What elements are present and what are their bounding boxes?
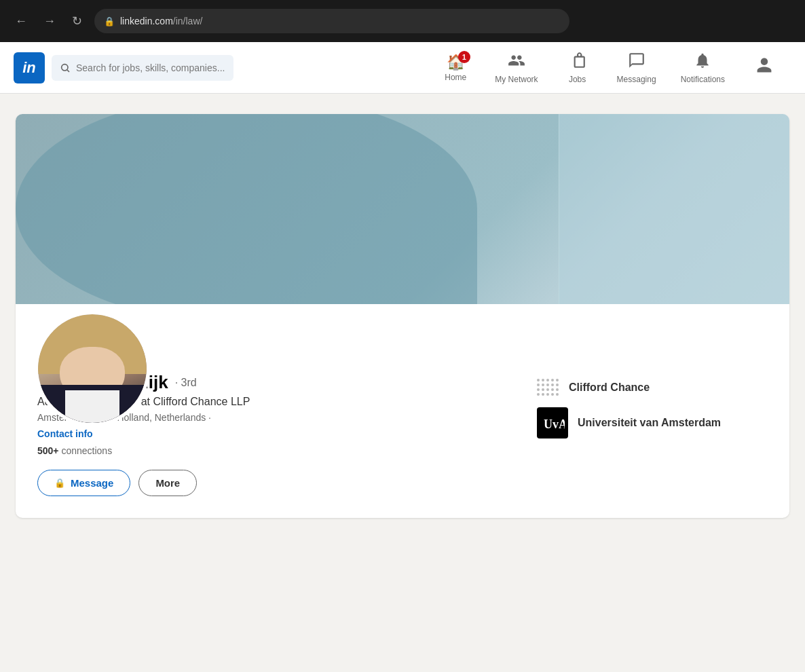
cover-photo [16,114,789,304]
clifford-chance-logo [537,379,559,396]
messaging-label: Messaging [617,75,656,84]
messaging-icon [628,52,645,73]
nav-home[interactable]: 🏠 1 Home [428,42,483,94]
nav-items: 🏠 1 Home My Network Jobs Messaging [428,42,791,94]
linkedin-logo[interactable]: in [14,52,45,83]
clifford-chance-name: Clifford Chance [569,381,650,394]
address-bar[interactable]: 🔒 linkedin.com/in/law/ [94,9,569,33]
jobs-icon [569,52,586,73]
home-badge: 1 [458,51,470,63]
forward-button[interactable]: → [39,12,60,31]
nav-messaging[interactable]: Messaging [605,42,669,94]
svg-text:UvA: UvA [544,417,565,431]
avatar [35,311,150,426]
nav-avatar[interactable] [737,42,791,94]
profile-name-row: Sam Akkersdijk · 3rd Advocaat | Associat… [37,372,768,496]
lock-icon: 🔒 [54,478,65,488]
home-icon: 🏠 1 [447,54,465,71]
mynetwork-icon [508,52,525,73]
profile-info-section: Sam Akkersdijk · 3rd Advocaat | Associat… [16,372,789,518]
mynetwork-label: My Network [495,75,538,84]
company-row-clifford: Clifford Chance [537,379,650,396]
uva-logo: UvA [537,407,568,438]
nav-notifications[interactable]: Notifications [669,42,737,94]
svg-line-1 [67,70,69,72]
avatar-shirt-white [65,390,119,423]
nav-mynetwork[interactable]: My Network [483,42,550,94]
nav-home-label: Home [445,73,466,82]
search-icon [60,62,71,73]
company-section: Clifford Chance UvA Universiteit van Ams… [537,372,768,438]
profile-card: Sam Akkersdijk · 3rd Advocaat | Associat… [16,114,789,518]
browser-chrome: ← → ↻ 🔒 linkedin.com/in/law/ [0,0,805,42]
profile-nav-icon [755,56,773,78]
url-text: linkedin.com/in/law/ [120,16,202,26]
message-button[interactable]: 🔒 Message [37,470,130,496]
contact-info-link[interactable]: Contact info [37,428,93,439]
lock-icon: 🔒 [104,16,115,26]
cover-shape-right [559,114,789,304]
notifications-label: Notifications [681,75,725,84]
page-content: Sam Akkersdijk · 3rd Advocaat | Associat… [0,94,805,538]
more-button[interactable]: More [138,470,197,496]
cover-shape-left [16,114,477,304]
nav-jobs[interactable]: Jobs [550,42,605,94]
svg-point-0 [62,64,68,70]
reload-button[interactable]: ↻ [68,11,86,31]
back-button[interactable]: ← [11,12,31,31]
company-row-uva: UvA Universiteit van Amsterdam [537,407,721,438]
search-input[interactable] [76,62,225,73]
avatar-photo [38,314,147,423]
jobs-label: Jobs [569,75,586,84]
connection-degree: · 3rd [175,377,197,389]
uva-logo-svg: UvA [540,411,565,435]
connections-count: 500+ connections [37,445,537,456]
notifications-icon [694,52,711,73]
linkedin-navbar: in 🏠 1 Home My Network Jobs [0,42,805,94]
action-buttons: 🔒 Message More [37,470,537,496]
search-bar[interactable] [52,55,233,81]
uva-name: Universiteit van Amsterdam [578,417,721,429]
